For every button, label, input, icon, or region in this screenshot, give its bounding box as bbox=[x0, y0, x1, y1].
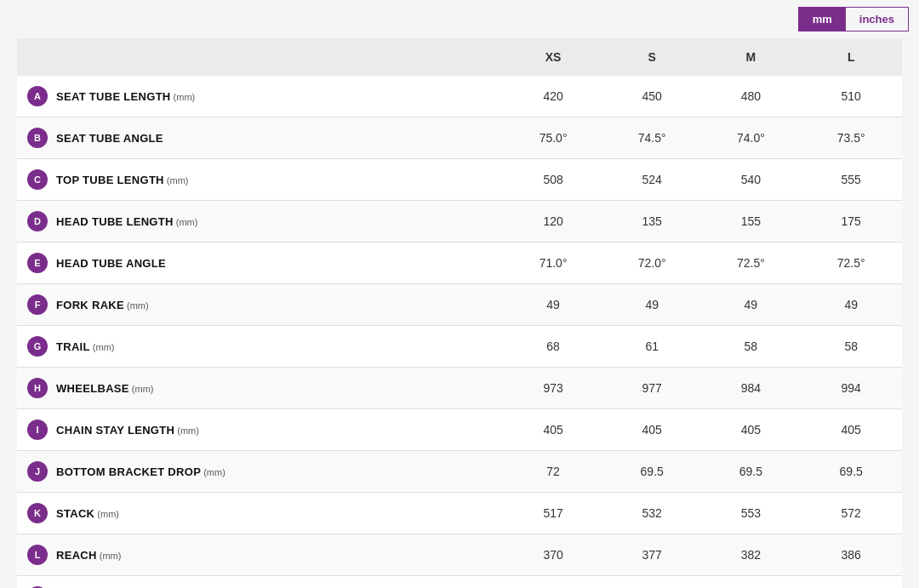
table-row: DHEAD TUBE LENGTH (mm)120135155175 bbox=[17, 201, 902, 243]
col-header-l: L bbox=[800, 38, 902, 76]
row-unit: (mm) bbox=[94, 509, 119, 519]
row-badge: A bbox=[27, 86, 48, 106]
row-name: WHEELBASE (mm) bbox=[56, 382, 153, 395]
geometry-table: XS S M L ASEAT TUBE LENGTH (mm)420450480… bbox=[17, 38, 902, 588]
row-label-cell: LREACH (mm) bbox=[17, 534, 504, 576]
row-value-m: 540 bbox=[701, 159, 800, 201]
row-label-cell: KSTACK (mm) bbox=[17, 493, 504, 534]
row-value-s: 69.5 bbox=[602, 451, 701, 493]
row-value-s: 61 bbox=[602, 326, 701, 368]
unit-toggle: mm inches bbox=[798, 7, 909, 31]
row-value-m: 155 bbox=[701, 201, 800, 243]
row-value-m: 480 bbox=[701, 76, 800, 117]
row-value-l: 405 bbox=[800, 409, 902, 451]
row-value-xs: 72 bbox=[504, 451, 602, 493]
table-header-row: XS S M L bbox=[17, 38, 902, 76]
row-value-xs: 71.0° bbox=[504, 243, 602, 284]
row-value-l: 783 bbox=[800, 576, 902, 589]
row-label-cell: MSTAND OVER HEIGHT (mm) bbox=[17, 576, 504, 589]
row-unit: (mm) bbox=[90, 342, 115, 352]
table-row: ICHAIN STAY LENGTH (mm)405405405405 bbox=[17, 409, 902, 451]
row-value-m: 984 bbox=[701, 368, 800, 409]
row-label-cell: DHEAD TUBE LENGTH (mm) bbox=[17, 201, 504, 243]
col-header-label bbox=[17, 38, 504, 76]
row-badge: J bbox=[27, 461, 48, 482]
row-value-s: 135 bbox=[602, 201, 701, 243]
row-label: FFORK RAKE (mm) bbox=[27, 294, 495, 315]
row-value-s: 405 bbox=[602, 409, 701, 451]
row-label: ICHAIN STAY LENGTH (mm) bbox=[27, 420, 495, 440]
table-row: MSTAND OVER HEIGHT (mm)707736763783 bbox=[17, 576, 902, 589]
row-value-s: 49 bbox=[602, 284, 701, 326]
row-value-xs: 707 bbox=[504, 576, 602, 589]
row-unit: (mm) bbox=[201, 467, 225, 477]
row-name: BOTTOM BRACKET DROP (mm) bbox=[56, 465, 225, 478]
table-row: GTRAIL (mm)68615858 bbox=[17, 326, 902, 368]
row-unit: (mm) bbox=[129, 384, 154, 394]
row-badge: H bbox=[27, 378, 48, 398]
row-value-l: 386 bbox=[800, 534, 902, 576]
row-value-s: 532 bbox=[602, 493, 701, 534]
row-badge: K bbox=[27, 503, 48, 523]
row-value-s: 736 bbox=[602, 576, 701, 589]
row-unit: (mm) bbox=[174, 217, 198, 227]
row-value-m: 405 bbox=[701, 409, 800, 451]
row-label-cell: ASEAT TUBE LENGTH (mm) bbox=[17, 76, 504, 117]
row-value-s: 377 bbox=[602, 534, 701, 576]
table-row: LREACH (mm)370377382386 bbox=[17, 534, 902, 576]
row-value-m: 49 bbox=[701, 284, 800, 326]
table-row: EHEAD TUBE ANGLE71.0°72.0°72.5°72.5° bbox=[17, 243, 902, 284]
row-value-s: 72.0° bbox=[602, 243, 701, 284]
row-value-m: 58 bbox=[701, 326, 800, 368]
row-value-l: 73.5° bbox=[800, 117, 902, 159]
inches-button[interactable]: inches bbox=[846, 8, 908, 31]
row-value-xs: 517 bbox=[504, 493, 602, 534]
row-badge: E bbox=[27, 253, 48, 273]
row-label: ASEAT TUBE LENGTH (mm) bbox=[27, 86, 495, 106]
row-value-l: 49 bbox=[800, 284, 902, 326]
row-unit: (mm) bbox=[174, 425, 199, 436]
row-value-s: 524 bbox=[602, 159, 701, 201]
row-value-xs: 973 bbox=[504, 368, 602, 409]
row-value-l: 510 bbox=[800, 76, 902, 117]
row-value-s: 74.5° bbox=[602, 117, 701, 159]
row-badge: I bbox=[27, 420, 48, 440]
row-name: FORK RAKE (mm) bbox=[56, 299, 149, 311]
row-label-cell: ICHAIN STAY LENGTH (mm) bbox=[17, 409, 504, 451]
row-label: BSEAT TUBE ANGLE bbox=[27, 128, 495, 148]
row-label: DHEAD TUBE LENGTH (mm) bbox=[27, 211, 495, 231]
row-label-cell: BSEAT TUBE ANGLE bbox=[17, 117, 504, 159]
row-value-s: 977 bbox=[602, 368, 701, 409]
row-name: SEAT TUBE LENGTH (mm) bbox=[56, 90, 195, 103]
row-label-cell: JBOTTOM BRACKET DROP (mm) bbox=[17, 451, 504, 493]
row-label: GTRAIL (mm) bbox=[27, 336, 495, 357]
row-value-l: 69.5 bbox=[800, 451, 902, 493]
row-unit: (mm) bbox=[164, 175, 189, 186]
col-header-xs: XS bbox=[504, 38, 602, 76]
row-label: EHEAD TUBE ANGLE bbox=[27, 253, 495, 273]
row-value-xs: 405 bbox=[504, 409, 602, 451]
row-value-s: 450 bbox=[602, 76, 701, 117]
row-value-m: 69.5 bbox=[701, 451, 800, 493]
row-label-cell: FFORK RAKE (mm) bbox=[17, 284, 504, 326]
row-name: HEAD TUBE LENGTH (mm) bbox=[56, 215, 197, 228]
table-container: XS S M L ASEAT TUBE LENGTH (mm)420450480… bbox=[0, 38, 919, 588]
row-badge: D bbox=[27, 211, 48, 231]
row-label-cell: CTOP TUBE LENGTH (mm) bbox=[17, 159, 504, 201]
row-value-xs: 49 bbox=[504, 284, 602, 326]
row-badge: F bbox=[27, 294, 48, 315]
row-label: JBOTTOM BRACKET DROP (mm) bbox=[27, 461, 495, 482]
row-value-xs: 508 bbox=[504, 159, 602, 201]
row-value-m: 382 bbox=[701, 534, 800, 576]
row-name: TOP TUBE LENGTH (mm) bbox=[56, 174, 189, 186]
table-row: FFORK RAKE (mm)49494949 bbox=[17, 284, 902, 326]
mm-button[interactable]: mm bbox=[799, 8, 846, 31]
row-value-xs: 120 bbox=[504, 201, 602, 243]
row-unit: (mm) bbox=[124, 300, 149, 311]
table-row: CTOP TUBE LENGTH (mm)508524540555 bbox=[17, 159, 902, 201]
row-badge: B bbox=[27, 128, 48, 148]
row-name: STACK (mm) bbox=[56, 507, 119, 520]
row-name: CHAIN STAY LENGTH (mm) bbox=[56, 424, 199, 437]
row-badge: C bbox=[27, 169, 48, 190]
row-name: SEAT TUBE ANGLE bbox=[56, 132, 163, 145]
